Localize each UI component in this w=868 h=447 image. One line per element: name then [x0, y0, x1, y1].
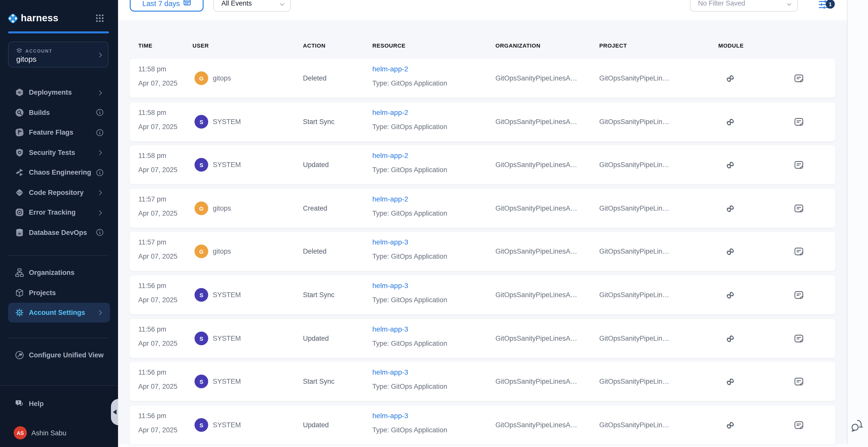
gitops-module-icon[interactable]: ∞ — [713, 406, 747, 444]
current-user[interactable]: AS Ashin Sabu — [14, 426, 66, 439]
resource-link[interactable]: helm-app-3 — [372, 412, 408, 420]
column-header-time: TIME — [138, 42, 153, 49]
gitops-module-icon[interactable]: ∞ — [713, 319, 747, 358]
sidebar-item-configure-unified-view[interactable]: Configure Unified View — [0, 345, 118, 365]
account-selector[interactable]: ACCOUNT gitops — [8, 41, 108, 67]
sidebar-item-feature-flags[interactable]: Feature Flags — [0, 123, 118, 142]
resource-link[interactable]: helm-app-2 — [372, 151, 408, 159]
resource-link[interactable]: helm-app-3 — [372, 325, 408, 333]
event-details-icon[interactable] — [794, 204, 803, 213]
saved-filter-select[interactable]: No Filter Saved — [690, 0, 798, 12]
sidebar-item-chaos-engineering[interactable]: Chaos Engineering — [0, 162, 118, 183]
event-date: Apr 07, 2025 — [138, 123, 178, 131]
sidebar-item-database-devops[interactable]: ∞Database DevOps — [0, 222, 118, 243]
action: Start Sync — [303, 362, 335, 401]
resource-link[interactable]: helm-app-2 — [372, 195, 408, 203]
event-time: 11:57 pm — [138, 238, 166, 246]
chevron-right-icon — [96, 151, 103, 154]
event-time: 11:56 pm — [138, 412, 166, 420]
code-repository-icon: </> — [15, 188, 24, 197]
support-chat-icon[interactable] — [851, 419, 865, 432]
event-details-icon[interactable] — [794, 118, 803, 127]
column-header-organization: ORGANIZATION — [495, 42, 540, 49]
avatar: G — [194, 245, 208, 258]
event-details-icon[interactable] — [794, 247, 803, 256]
event-date: Apr 07, 2025 — [138, 383, 178, 390]
configure-unified-view-icon — [15, 351, 24, 360]
sidebar-item-deployments[interactable]: ∞Deployments — [0, 83, 118, 102]
event-details-icon[interactable] — [794, 74, 803, 83]
sidebar-item-label: Code Repository — [29, 189, 96, 196]
gitops-module-icon[interactable]: ∞ — [713, 189, 747, 228]
event-type-value: All Events — [221, 0, 252, 7]
gitops-module-icon[interactable]: ∞ — [713, 59, 747, 97]
gitops-module-icon[interactable]: ∞ — [713, 276, 747, 314]
sidebar-collapse-handle[interactable] — [111, 399, 119, 425]
audit-row: 11:56 pmApr 07, 2025SSYSTEMStart Synchel… — [130, 276, 835, 314]
sidebar-item-builds[interactable]: Builds — [0, 102, 118, 123]
event-details-icon[interactable] — [794, 334, 803, 343]
sidebar-item-security-tests[interactable]: Security Tests — [0, 142, 118, 162]
svg-text:</>: </> — [17, 191, 22, 194]
action: Updated — [303, 406, 329, 444]
event-details-icon[interactable] — [794, 291, 803, 300]
projects-icon — [15, 288, 24, 297]
user-name: SYSTEM — [213, 276, 241, 314]
user-name: gitops — [213, 232, 231, 271]
organization: GitOpsSanityPipeLinesA… — [495, 406, 577, 444]
resource-type: Type: GitOps Application — [372, 296, 447, 304]
resource-link[interactable]: helm-app-2 — [372, 108, 408, 117]
action: Start Sync — [303, 276, 335, 314]
audit-row: 11:57 pmApr 07, 2025GgitopsDeletedhelm-a… — [130, 232, 835, 271]
nav-secondary: OrganizationsProjectsAccount Settings — [0, 263, 118, 322]
sidebar-item-account-settings[interactable]: Account Settings — [8, 303, 110, 322]
error-tracking-icon — [15, 208, 24, 217]
sidebar-item-projects[interactable]: Projects — [0, 283, 118, 303]
audit-row: 11:58 pmApr 07, 2025SSYSTEMStart Synchel… — [130, 102, 835, 141]
svg-text:∞: ∞ — [18, 231, 21, 236]
date-range-button[interactable]: Last 7 days — [130, 0, 204, 12]
organization: GitOpsSanityPipeLinesA… — [495, 189, 577, 228]
action: Updated — [303, 145, 329, 184]
project: GitOpsSanityPipeLin… — [599, 232, 669, 271]
resource-link[interactable]: helm-app-3 — [372, 368, 408, 376]
info-icon — [96, 229, 103, 236]
sidebar-item-label: Organizations — [29, 269, 96, 277]
project: GitOpsSanityPipeLin… — [599, 406, 669, 444]
gitops-module-icon[interactable]: ∞ — [713, 145, 747, 184]
nav-help: ?Help — [0, 394, 118, 414]
gitops-module-icon[interactable]: ∞ — [713, 232, 747, 270]
brand[interactable]: harness — [7, 11, 111, 25]
sidebar-item-error-tracking[interactable]: Error Tracking — [0, 202, 118, 222]
audit-row: 11:56 pmApr 07, 2025SSYSTEMUpdatedhelm-a… — [130, 319, 835, 358]
chevron-right-icon — [97, 53, 101, 57]
project: GitOpsSanityPipeLin… — [599, 59, 669, 98]
event-details-icon[interactable] — [794, 160, 803, 169]
app-grid-icon[interactable] — [96, 14, 104, 22]
resource-link[interactable]: helm-app-3 — [372, 238, 408, 246]
user-name: gitops — [213, 59, 231, 98]
sidebar-item-code-repository[interactable]: </>Code Repository — [0, 183, 118, 202]
collapse-arrow-icon — [113, 410, 117, 415]
event-date: Apr 07, 2025 — [138, 426, 178, 434]
sidebar-item-organizations[interactable]: Organizations — [0, 263, 118, 283]
resource-link[interactable]: helm-app-2 — [372, 65, 408, 73]
svg-text:?: ? — [17, 401, 19, 405]
event-details-icon[interactable] — [794, 421, 803, 430]
event-date: Apr 07, 2025 — [138, 253, 178, 260]
column-header-user: USER — [192, 42, 209, 49]
audit-table-panel: TIMEUSERACTIONRESOURCEORGANIZATIONPROJEC… — [118, 20, 847, 444]
event-type-select[interactable]: All Events — [213, 0, 291, 12]
event-date: Apr 07, 2025 — [138, 210, 178, 217]
chevron-down-icon — [280, 2, 284, 6]
divider — [8, 255, 109, 256]
audit-row: 11:58 pmApr 07, 2025GgitopsDeletedhelm-a… — [130, 59, 835, 98]
action: Deleted — [303, 59, 327, 98]
resource-link[interactable]: helm-app-3 — [372, 282, 408, 290]
svg-text:∞: ∞ — [18, 90, 21, 95]
gitops-module-icon[interactable]: ∞ — [713, 102, 747, 141]
event-details-icon[interactable] — [794, 377, 803, 386]
sidebar-item-help[interactable]: ?Help — [0, 394, 118, 414]
gitops-module-icon[interactable]: ∞ — [713, 362, 747, 401]
organization: GitOpsSanityPipeLinesA… — [495, 319, 577, 358]
